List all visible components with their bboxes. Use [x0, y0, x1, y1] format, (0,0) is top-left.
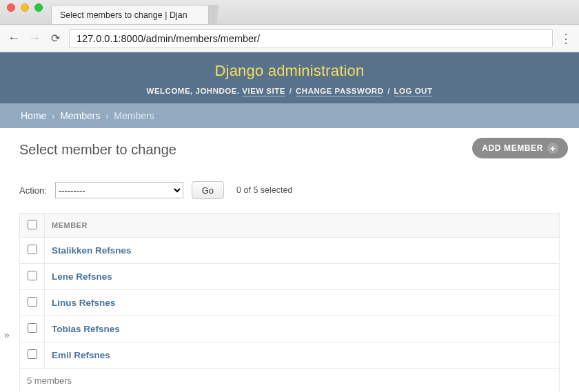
go-button[interactable]: Go [192, 181, 224, 199]
row-checkbox-cell [20, 316, 45, 342]
reload-button[interactable]: ⟳ [48, 32, 62, 45]
row-checkbox-cell [20, 342, 45, 369]
row-checkbox-cell [20, 238, 45, 264]
close-window-icon[interactable] [7, 3, 15, 12]
selection-count: 0 of 5 selected [236, 185, 292, 195]
actions-bar: Action: --------- Go 0 of 5 selected [19, 177, 560, 203]
content: ADD MEMBER + Select member to change Act… [0, 128, 579, 392]
back-button[interactable]: ← [7, 31, 21, 45]
table-footer-count: 5 members [20, 369, 560, 393]
row-checkbox-cell [20, 264, 45, 290]
select-all-header [20, 214, 45, 238]
member-link[interactable]: Linus Refsnes [52, 298, 115, 308]
browser-tab-title: Select members to change | Djan [60, 10, 187, 20]
add-member-label: ADD MEMBER [482, 143, 543, 153]
member-link[interactable]: Lene Refsnes [52, 271, 112, 282]
member-link[interactable]: Stalikken Refsnes [52, 245, 132, 256]
url-text: 127.0.0.1:8000/admin/members/member/ [77, 33, 260, 44]
row-name-cell: Tobias Refsnes [45, 316, 560, 342]
results-table: MEMBER Stalikken RefsnesLene RefsnesLinu… [19, 213, 560, 392]
row-checkbox[interactable] [28, 271, 37, 280]
plus-icon: + [547, 143, 558, 154]
add-member-button[interactable]: ADD MEMBER + [472, 138, 568, 158]
username: JOHNDOE [196, 87, 237, 95]
django-header: Django administration WELCOME, JOHNDOE. … [0, 52, 579, 103]
forward-button: → [28, 31, 41, 45]
window-controls [7, 0, 51, 24]
row-name-cell: Lene Refsnes [45, 264, 560, 290]
browser-menu-icon[interactable]: ⋮ [560, 31, 572, 46]
row-name-cell: Stalikken Refsnes [45, 238, 560, 264]
welcome-label: WELCOME, [147, 87, 196, 95]
row-checkbox[interactable] [28, 323, 37, 333]
row-checkbox[interactable] [28, 297, 37, 307]
logout-link[interactable]: LOG OUT [394, 87, 433, 96]
table-row: Lene Refsnes [20, 264, 560, 290]
breadcrumb-current: Members [114, 110, 154, 121]
table-row: Emil Refsnes [20, 342, 560, 369]
row-checkbox-cell [20, 290, 45, 316]
new-tab-affordance[interactable] [208, 5, 229, 24]
user-tools: WELCOME, JOHNDOE. VIEW SITE / CHANGE PAS… [0, 87, 579, 95]
url-bar[interactable]: 127.0.0.1:8000/admin/members/member/ [69, 29, 553, 48]
browser-tabstrip: Select members to change | Djan [0, 0, 579, 25]
maximize-window-icon[interactable] [34, 3, 43, 12]
action-label: Action: [19, 185, 47, 196]
row-name-cell: Emil Refsnes [45, 342, 560, 369]
row-checkbox[interactable] [28, 245, 37, 254]
view-site-link[interactable]: VIEW SITE [242, 87, 285, 96]
chevron-right-icon: › [103, 112, 111, 121]
change-password-link[interactable]: CHANGE PASSWORD [296, 87, 383, 96]
browser-tab[interactable]: Select members to change | Djan [51, 5, 209, 24]
select-all-checkbox[interactable] [28, 220, 37, 229]
row-name-cell: Linus Refsnes [45, 290, 560, 316]
column-header-member[interactable]: MEMBER [45, 214, 560, 238]
side-drawer-toggle[interactable]: » [4, 329, 10, 340]
row-checkbox[interactable] [28, 349, 37, 359]
minimize-window-icon[interactable] [21, 3, 29, 12]
member-link[interactable]: Tobias Refsnes [52, 324, 120, 334]
member-link[interactable]: Emil Refsnes [52, 350, 110, 360]
breadcrumb: Home › Members › Members [0, 103, 579, 128]
chevron-right-icon: › [49, 112, 57, 121]
table-row: Tobias Refsnes [20, 316, 560, 342]
table-row: Stalikken Refsnes [20, 238, 560, 264]
breadcrumb-app[interactable]: Members [60, 110, 100, 121]
table-row: Linus Refsnes [20, 290, 560, 316]
breadcrumb-home[interactable]: Home [21, 110, 46, 121]
site-title: Django administration [0, 62, 579, 80]
browser-toolbar: ← → ⟳ 127.0.0.1:8000/admin/members/membe… [0, 25, 579, 52]
action-select[interactable]: --------- [55, 182, 183, 198]
